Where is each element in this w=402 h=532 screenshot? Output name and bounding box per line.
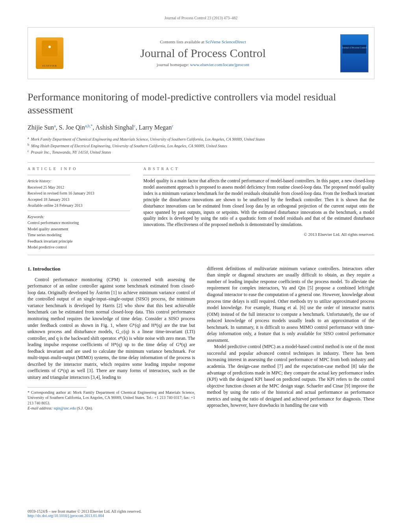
publisher-logo-area: ELSEVIER bbox=[28, 28, 71, 79]
history-accepted: Accepted 18 January 2013 bbox=[28, 197, 130, 202]
section-1-heading: 1. Introduction bbox=[28, 265, 195, 272]
affiliations: a Mork Family Department of Chemical Eng… bbox=[28, 136, 374, 155]
doi-value: 10.1016/j.jprocont.2013.01.004 bbox=[54, 513, 104, 518]
contents-available-line: Contents lists available at SciVerse Sci… bbox=[160, 39, 246, 44]
body-columns: 1. Introduction Control performance moni… bbox=[28, 265, 374, 411]
history-revised: Received in revised form 16 January 2013 bbox=[28, 191, 130, 196]
doi-prefix: http://dx.doi.org/ bbox=[28, 513, 54, 518]
elsevier-logo-text: ELSEVIER bbox=[42, 64, 57, 67]
sciencedirect-link[interactable]: SciVerse ScienceDirect bbox=[206, 39, 246, 44]
affiliation-a-text: Mork Family Department of Chemical Engin… bbox=[31, 137, 265, 142]
article-title: Performance monitoring of model-predicti… bbox=[28, 91, 374, 117]
history-online: Available online 24 February 2013 bbox=[28, 203, 130, 208]
author-list: Zhijie Suna, S. Joe Qina,b,*, Ashish Sin… bbox=[28, 124, 374, 131]
body-paragraph: Model predictive control (MPC) as a mode… bbox=[207, 343, 375, 408]
keywords-label: Keywords: bbox=[28, 214, 130, 220]
page-root: Journal of Process Control 23 (2013) 473… bbox=[0, 0, 402, 532]
elsevier-tree-icon: ELSEVIER bbox=[36, 37, 63, 69]
footnote-separator bbox=[28, 387, 87, 387]
affiliation-b: b Ming Hsieh Department of Electrical En… bbox=[28, 143, 374, 149]
article-info-heading: article info bbox=[28, 167, 130, 171]
keyword: Feedback invariant principle bbox=[28, 239, 130, 244]
footnotes-block: * Corresponding author at: Mork Family D… bbox=[28, 390, 195, 411]
email-attribution: (S.J. Qin). bbox=[76, 406, 93, 410]
history-received: Received 25 May 2012 bbox=[28, 185, 130, 190]
issn-copyright-line: 0959-1524/$ – see front matter © 2013 El… bbox=[28, 509, 374, 513]
email-label: E-mail address: bbox=[28, 406, 54, 410]
info-divider-1 bbox=[28, 175, 130, 175]
abstract-text: Model quality is a main factor that affe… bbox=[143, 178, 374, 228]
journal-cover-thumb: Journal of Process Control bbox=[340, 34, 369, 72]
doi-line: http://dx.doi.org/10.1016/j.jprocont.201… bbox=[28, 513, 374, 518]
corresponding-email-link[interactable]: sqin@usc.edu bbox=[54, 406, 76, 410]
affiliation-b-text: Ming Hsieh Department of Electrical Engi… bbox=[31, 144, 227, 148]
keyword: Control performance monitoring bbox=[28, 220, 130, 226]
divider-mid bbox=[28, 255, 374, 255]
homepage-link[interactable]: www.elsevier.com/locate/jprocont bbox=[190, 62, 249, 67]
abstract-copyright: © 2013 Elsevier Ltd. All rights reserved… bbox=[143, 232, 374, 237]
affiliation-c-text: Praxair Inc., Tonawanda, NY 14150, Unite… bbox=[31, 150, 111, 154]
divider-top bbox=[28, 162, 374, 163]
journal-name: Journal of Process Control bbox=[140, 46, 266, 60]
keyword: Model predictive control bbox=[28, 245, 130, 250]
journal-cover-area: Journal of Process Control bbox=[335, 28, 374, 79]
homepage-prefix: journal homepage: bbox=[157, 62, 190, 67]
info-abstract-row: article info Article history: Received 2… bbox=[28, 167, 374, 251]
abstract-divider bbox=[143, 175, 375, 176]
body-paragraph: different definitions of multivariate mi… bbox=[207, 265, 375, 344]
email-footnote: E-mail address: sqin@usc.edu (S.J. Qin). bbox=[28, 406, 195, 411]
abstract-heading: abstract bbox=[143, 167, 374, 171]
affiliation-a: a Mork Family Department of Chemical Eng… bbox=[28, 136, 374, 142]
keyword: Model quality assessment bbox=[28, 226, 130, 232]
page-footer-block: 0959-1524/$ – see front matter © 2013 El… bbox=[28, 509, 374, 518]
cover-thumb-text: Journal of Process Control bbox=[341, 46, 368, 49]
masthead: ELSEVIER Contents lists available at Sci… bbox=[28, 27, 374, 79]
corresponding-author-footnote: * Corresponding author at: Mork Family D… bbox=[28, 390, 195, 406]
affiliation-c: c Praxair Inc., Tonawanda, NY 14150, Uni… bbox=[28, 149, 374, 155]
article-info-column: article info Article history: Received 2… bbox=[28, 167, 130, 251]
doi-link[interactable]: http://dx.doi.org/10.1016/j.jprocont.201… bbox=[28, 513, 104, 518]
abstract-column: abstract Model quality is a main factor … bbox=[143, 167, 374, 251]
running-header: Journal of Process Control 23 (2013) 473… bbox=[28, 16, 374, 20]
body-paragraph: Control performance monitoring (CPM) is … bbox=[28, 276, 195, 381]
keyword: Time series modeling bbox=[28, 232, 130, 238]
masthead-center: Contents lists available at SciVerse Sci… bbox=[71, 28, 335, 79]
contents-prefix: Contents lists available at bbox=[160, 39, 205, 44]
info-divider-2 bbox=[28, 211, 130, 211]
journal-homepage-line: journal homepage: www.elsevier.com/locat… bbox=[157, 62, 249, 67]
article-history-label: Article history: bbox=[28, 178, 130, 184]
